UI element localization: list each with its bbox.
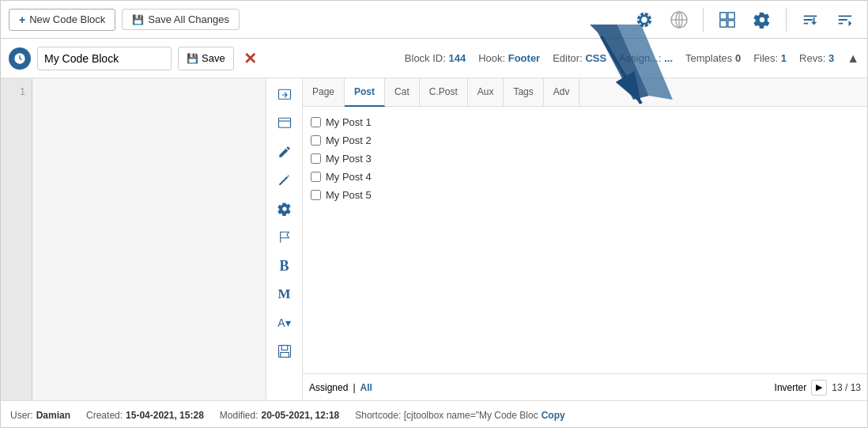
block-name-input[interactable] bbox=[37, 47, 172, 70]
tab-bar: Page Post Cat C.Post Aux Tags Adv bbox=[303, 78, 867, 107]
user-label: User: bbox=[10, 410, 33, 421]
modified-label: Modified: bbox=[220, 410, 259, 421]
toolbar-divider bbox=[703, 8, 704, 32]
svg-rect-6 bbox=[720, 12, 726, 18]
tab-cpost[interactable]: C.Post bbox=[420, 78, 468, 107]
svg-rect-14 bbox=[281, 346, 288, 350]
flag-icon-btn[interactable] bbox=[271, 224, 298, 251]
new-code-block-button[interactable]: + New Code Block bbox=[9, 9, 115, 31]
svg-rect-9 bbox=[728, 20, 734, 26]
hook-label: Hook: Footer bbox=[478, 52, 540, 64]
created-label: Created: bbox=[86, 410, 123, 421]
editor-label: Editor: CSS bbox=[553, 52, 606, 64]
hook-link[interactable]: Footer bbox=[508, 52, 540, 64]
filter-icon-btn[interactable] bbox=[831, 6, 859, 34]
plus-icon: + bbox=[19, 13, 25, 26]
inverter-label: Inverter bbox=[775, 382, 807, 393]
page-counter: 13 / 13 bbox=[832, 382, 861, 393]
collapse-button[interactable]: ▲ bbox=[847, 51, 859, 66]
floppy-save-icon: 💾 bbox=[187, 53, 198, 64]
block-header: 💾 Save ✕ Block ID: 144 Hook: Footer Edit… bbox=[1, 39, 867, 78]
post-item-4: My Post 4 bbox=[309, 168, 861, 186]
settings-gear-icon-btn[interactable] bbox=[748, 6, 776, 34]
line-number-1: 1 bbox=[1, 85, 32, 99]
files-link[interactable]: 1 bbox=[781, 52, 787, 64]
app-container: + New Code Block 💾 Save All Changes bbox=[0, 0, 868, 428]
post-label-2: My Post 2 bbox=[326, 134, 372, 146]
svg-rect-15 bbox=[280, 353, 289, 358]
auto-btn[interactable]: A▾ bbox=[271, 309, 298, 336]
copy-link[interactable]: Copy bbox=[542, 410, 565, 421]
all-link[interactable]: All bbox=[360, 382, 372, 393]
page-prev-btn[interactable]: ▶ bbox=[811, 380, 827, 396]
tab-tags[interactable]: Tags bbox=[504, 78, 543, 107]
macro-btn[interactable]: M bbox=[271, 281, 298, 308]
shortcode-label: Shortcode: [cjtoolbox name="My Code Bloc bbox=[355, 410, 538, 421]
toolbar-divider2 bbox=[786, 8, 787, 32]
export-icon-btn[interactable] bbox=[271, 110, 298, 137]
svg-rect-11 bbox=[278, 89, 290, 99]
grid-icon-btn[interactable] bbox=[713, 6, 742, 34]
tab-aux[interactable]: Aux bbox=[468, 78, 504, 107]
globe-icon-btn[interactable] bbox=[665, 6, 693, 34]
post-item-5: My Post 5 bbox=[309, 186, 861, 204]
assignments-label: Assign...: ... bbox=[619, 52, 673, 64]
icon-toolbar: B M A▾ bbox=[266, 78, 303, 400]
right-sidebar: B M A▾ Page Post Cat C.Post bbox=[266, 78, 867, 400]
svg-point-1 bbox=[641, 17, 647, 22]
import-icon-btn[interactable] bbox=[271, 81, 298, 108]
files-label: Files: 1 bbox=[753, 52, 787, 64]
save-disk-icon-btn[interactable] bbox=[271, 338, 298, 365]
block-type-icon bbox=[9, 47, 31, 70]
svg-rect-8 bbox=[720, 20, 726, 26]
assignment-panel: Page Post Cat C.Post Aux Tags Adv My Pos… bbox=[303, 78, 867, 400]
block-id-label: Block ID: 144 bbox=[405, 52, 466, 64]
top-toolbar: + New Code Block 💾 Save All Changes bbox=[1, 1, 867, 39]
assignments-link[interactable]: ... bbox=[664, 52, 673, 64]
post-checkbox-5[interactable] bbox=[311, 190, 321, 200]
cancel-button[interactable]: ✕ bbox=[240, 51, 260, 66]
save-all-changes-button[interactable]: 💾 Save All Changes bbox=[122, 9, 240, 30]
tab-adv[interactable]: Adv bbox=[544, 78, 580, 107]
templates-label: Templates 0 bbox=[685, 52, 741, 64]
circular-settings-icon[interactable] bbox=[630, 6, 659, 34]
pencil-icon-btn[interactable] bbox=[271, 167, 298, 194]
modified-date: 20-05-2021, 12:18 bbox=[262, 410, 340, 421]
created-date: 15-04-2021, 15:28 bbox=[126, 410, 204, 421]
editor-link[interactable]: CSS bbox=[585, 52, 606, 64]
svg-rect-7 bbox=[728, 12, 734, 18]
edit-icon-btn[interactable] bbox=[271, 138, 298, 165]
post-checkbox-3[interactable] bbox=[311, 153, 321, 164]
main-content: 1 bbox=[1, 78, 867, 400]
assigned-label: Assigned bbox=[309, 382, 348, 393]
floppy-icon: 💾 bbox=[132, 14, 144, 25]
post-item-2: My Post 2 bbox=[309, 131, 861, 150]
assign-bottom: Assigned | All Inverter ▶ 13 / 13 bbox=[303, 373, 867, 400]
tab-post[interactable]: Post bbox=[345, 78, 385, 107]
post-item-1: My Post 1 bbox=[309, 113, 861, 131]
tab-page[interactable]: Page bbox=[303, 78, 345, 107]
bold-btn[interactable]: B bbox=[271, 252, 298, 279]
svg-rect-12 bbox=[278, 118, 290, 127]
post-checkbox-4[interactable] bbox=[311, 172, 321, 182]
post-label-5: My Post 5 bbox=[326, 189, 372, 201]
bottom-bar: User: Damian Created: 15-04-2021, 15:28 … bbox=[1, 400, 867, 428]
post-list: My Post 1 My Post 2 My Post 3 My Post 4 bbox=[303, 107, 867, 373]
post-checkbox-1[interactable] bbox=[311, 117, 321, 127]
revs-label: Revs: 3 bbox=[799, 52, 834, 64]
post-item-3: My Post 3 bbox=[309, 150, 861, 168]
cog-icon-btn[interactable] bbox=[271, 195, 298, 222]
post-label-4: My Post 4 bbox=[326, 171, 372, 183]
sort-icon-btn[interactable] bbox=[796, 6, 825, 34]
revs-link[interactable]: 3 bbox=[828, 52, 834, 64]
post-label-1: My Post 1 bbox=[326, 116, 372, 128]
assign-separator: | bbox=[353, 382, 355, 393]
user-name: Damian bbox=[36, 410, 70, 421]
tab-cat[interactable]: Cat bbox=[385, 78, 420, 107]
block-id-link[interactable]: 144 bbox=[448, 52, 466, 64]
line-numbers: 1 bbox=[1, 78, 32, 400]
post-checkbox-2[interactable] bbox=[311, 135, 321, 146]
block-meta: Block ID: 144 Hook: Footer Editor: CSS A… bbox=[405, 51, 859, 66]
editor-area[interactable]: 1 bbox=[1, 78, 266, 400]
save-button[interactable]: 💾 Save bbox=[178, 47, 234, 70]
